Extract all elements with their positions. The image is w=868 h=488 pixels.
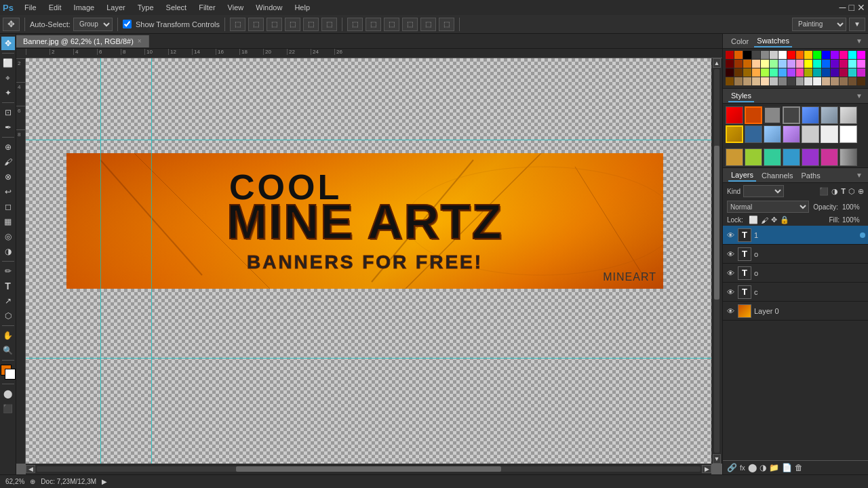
layer-visibility-toggle[interactable]: 👁 [726, 249, 735, 259]
swatch[interactable] [831, 77, 839, 85]
align-center-h-button[interactable]: ⬚ [303, 18, 319, 31]
distribute-bottom-button[interactable]: ⬚ [439, 18, 454, 31]
swatch[interactable] [822, 77, 830, 85]
align-center-v-button[interactable]: ⬚ [248, 18, 264, 31]
style-swatch[interactable] [745, 106, 762, 124]
style-swatch[interactable] [802, 148, 819, 166]
maximize-button[interactable]: □ [849, 2, 854, 13]
layer-mask-icon[interactable]: ⬤ [748, 463, 757, 472]
align-top-button[interactable]: ⬚ [285, 18, 300, 31]
menu-help[interactable]: Help [289, 2, 315, 13]
menu-view[interactable]: View [222, 2, 250, 13]
style-swatch[interactable] [821, 125, 838, 143]
autoselect-dropdown[interactable]: Group [73, 18, 113, 31]
swatch[interactable] [734, 68, 743, 77]
swatch[interactable] [822, 51, 830, 59]
crop-tool[interactable]: ⊡ [1, 106, 15, 119]
swatch[interactable] [726, 60, 734, 68]
style-swatch[interactable] [764, 125, 781, 143]
channels-tab[interactable]: Channels [759, 170, 795, 181]
swatch[interactable] [778, 77, 787, 85]
heal-tool[interactable]: ⊕ [1, 140, 15, 154]
show-transform-checkbox[interactable] [123, 20, 132, 28]
workspace-select[interactable]: Painting [792, 18, 846, 31]
layer-visibility-toggle[interactable]: 👁 [726, 230, 735, 240]
style-swatch[interactable] [726, 106, 743, 124]
minimize-button[interactable]: ─ [840, 2, 846, 13]
layer-row[interactable]: 👁 T o [723, 245, 868, 264]
vertical-scrollbar[interactable]: ▲ ▼ [711, 58, 722, 464]
quick-mask-button[interactable]: ⬤ [1, 387, 15, 401]
swatch[interactable] [796, 60, 804, 68]
swatch[interactable] [743, 68, 751, 77]
gradient-tool[interactable]: ▦ [1, 215, 15, 228]
distribute-center-v-button[interactable]: ⬚ [366, 18, 381, 31]
swatch[interactable] [743, 60, 751, 68]
swatch[interactable] [813, 68, 821, 77]
canvas-tab[interactable]: Banner.jpg @ 62,2% (1, RGB/8#) × [16, 35, 149, 47]
layer-row[interactable]: 👁 Layer 0 [723, 302, 868, 321]
style-swatch[interactable] [821, 106, 838, 124]
swatch[interactable] [813, 77, 821, 85]
swatch[interactable] [840, 68, 848, 77]
hscroll-thumb[interactable] [236, 466, 502, 472]
smart-filter-icon[interactable]: ⊕ [858, 187, 864, 196]
menu-filter[interactable]: Filter [193, 2, 220, 13]
tab-close-button[interactable]: × [138, 37, 142, 45]
swatch[interactable] [857, 51, 865, 59]
swatch[interactable] [752, 60, 760, 68]
background-color[interactable] [5, 369, 16, 380]
swatch[interactable] [804, 51, 812, 59]
swatch[interactable] [804, 68, 812, 77]
lock-transparent-icon[interactable]: ⬜ [749, 216, 758, 224]
layer-delete-icon[interactable]: 🗑 [795, 463, 803, 472]
menu-select[interactable]: Select [161, 2, 193, 13]
swatch[interactable] [752, 77, 760, 85]
lock-position-icon[interactable]: ✥ [771, 216, 777, 224]
styles-tab[interactable]: Styles [728, 90, 754, 102]
blur-tool[interactable]: ◎ [1, 230, 15, 243]
hscroll-track[interactable] [37, 466, 701, 472]
pixel-filter-icon[interactable]: ⬛ [819, 187, 829, 196]
swatch[interactable] [752, 68, 760, 77]
swatch[interactable] [761, 68, 769, 77]
menu-window[interactable]: Window [250, 2, 288, 13]
panel-collapse-button[interactable]: ▼ [856, 37, 863, 45]
scroll-left-button[interactable]: ◀ [26, 465, 35, 473]
pen-tool[interactable]: ✏ [1, 264, 15, 278]
layer-row[interactable]: 👁 T o [723, 264, 868, 283]
path-select-tool[interactable]: ↗ [1, 294, 15, 308]
style-swatch[interactable] [802, 106, 819, 124]
workspace-toggle[interactable]: ▼ [849, 18, 865, 31]
layer-new-icon[interactable]: 📄 [782, 463, 792, 472]
swatch[interactable] [770, 77, 778, 85]
kind-select[interactable] [743, 185, 784, 197]
layer-visibility-toggle[interactable]: 👁 [726, 268, 735, 278]
swatch[interactable] [857, 77, 865, 85]
swatch[interactable] [831, 60, 839, 68]
zoom-tool[interactable]: 🔍 [1, 344, 15, 357]
swatch[interactable] [840, 77, 848, 85]
screen-mode-button[interactable]: ⬛ [1, 402, 15, 415]
swatch[interactable] [761, 51, 769, 59]
distribute-right-button[interactable]: ⬚ [384, 18, 399, 31]
distribute-center-h-button[interactable]: ⬚ [420, 18, 436, 31]
swatch[interactable] [787, 77, 795, 85]
layers-tab[interactable]: Layers [728, 169, 756, 182]
text-tool[interactable]: T [1, 279, 15, 293]
swatch[interactable] [743, 77, 751, 85]
swatch[interactable] [822, 60, 830, 68]
hand-tool[interactable]: ✋ [1, 329, 15, 342]
eraser-tool[interactable]: ◻ [1, 200, 15, 214]
layer-group-icon[interactable]: 📁 [769, 463, 779, 472]
shape-tool[interactable]: ⬡ [1, 309, 15, 323]
scroll-down-button[interactable]: ▼ [713, 454, 721, 464]
close-button[interactable]: ✕ [857, 2, 865, 13]
swatch[interactable] [831, 68, 839, 77]
style-swatch[interactable] [840, 148, 857, 166]
history-brush-tool[interactable]: ↩ [1, 185, 15, 199]
menu-type[interactable]: Type [132, 2, 159, 13]
scroll-up-button[interactable]: ▲ [713, 58, 721, 68]
adjustment-filter-icon[interactable]: ◑ [831, 187, 838, 196]
layer-link-icon[interactable]: 🔗 [727, 463, 737, 472]
